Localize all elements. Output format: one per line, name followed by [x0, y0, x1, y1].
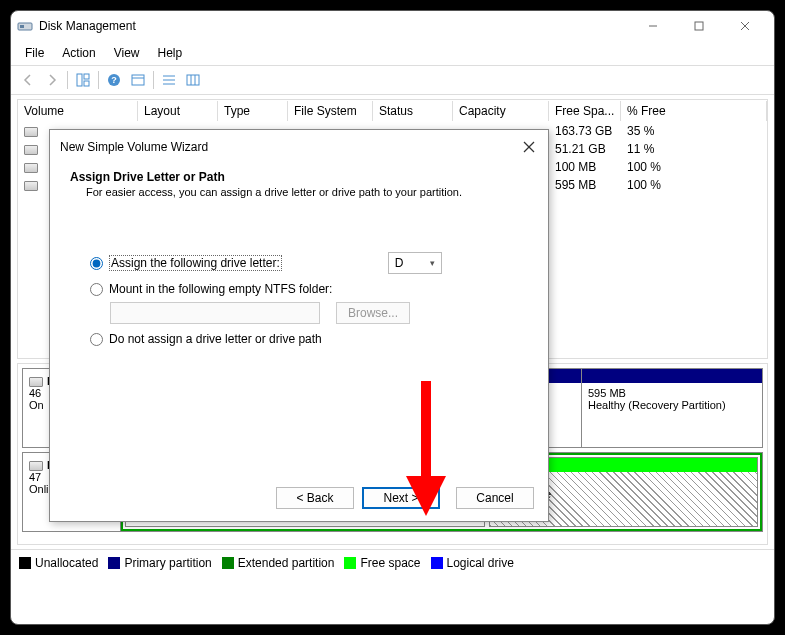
col-status[interactable]: Status	[373, 101, 453, 121]
col-fs[interactable]: File System	[288, 101, 373, 121]
list-icon[interactable]	[158, 69, 180, 91]
wizard-heading: Assign Drive Letter or Path	[70, 170, 528, 184]
svg-text:?: ?	[111, 75, 117, 85]
folder-path-input	[110, 302, 320, 324]
dialog-close-button[interactable]	[520, 138, 538, 156]
back-icon[interactable]	[17, 69, 39, 91]
forward-icon[interactable]	[41, 69, 63, 91]
menu-help[interactable]: Help	[150, 43, 191, 63]
drive-icon	[24, 181, 38, 191]
minimize-button[interactable]	[630, 11, 676, 41]
close-button[interactable]	[722, 11, 768, 41]
toolbar: ?	[11, 65, 774, 95]
back-button[interactable]: < Back	[276, 487, 354, 509]
svg-rect-8	[84, 81, 89, 86]
col-type[interactable]: Type	[218, 101, 288, 121]
svg-rect-16	[187, 75, 199, 85]
drive-letter-select[interactable]: D ▾	[388, 252, 442, 274]
col-free[interactable]: Free Spa...	[549, 101, 621, 121]
no-assign-label: Do not assign a drive letter or drive pa…	[109, 332, 322, 346]
drive-icon	[24, 127, 38, 137]
titlebar: Disk Management	[11, 11, 774, 41]
svg-rect-3	[695, 22, 703, 30]
layout-icon[interactable]	[72, 69, 94, 91]
window-title: Disk Management	[39, 19, 136, 33]
menu-file[interactable]: File	[17, 43, 52, 63]
legend: Unallocated Primary partition Extended p…	[11, 549, 774, 576]
maximize-button[interactable]	[676, 11, 722, 41]
mount-folder-radio[interactable]	[90, 283, 103, 296]
drive-icon	[24, 163, 38, 173]
menubar: File Action View Help	[11, 41, 774, 65]
svg-rect-11	[132, 75, 144, 85]
help-icon[interactable]: ?	[103, 69, 125, 91]
wizard-subtitle: For easier access, you can assign a driv…	[70, 186, 528, 198]
next-button[interactable]: Next >	[362, 487, 440, 509]
chevron-down-icon: ▾	[430, 258, 435, 268]
details-icon[interactable]	[182, 69, 204, 91]
refresh-icon[interactable]	[127, 69, 149, 91]
svg-rect-7	[84, 74, 89, 79]
menu-action[interactable]: Action	[54, 43, 103, 63]
partition-recovery[interactable]: 595 MB Healthy (Recovery Partition)	[581, 369, 762, 447]
wizard-dialog: New Simple Volume Wizard Assign Drive Le…	[49, 129, 549, 522]
mount-folder-label: Mount in the following empty NTFS folder…	[109, 282, 332, 296]
col-layout[interactable]: Layout	[138, 101, 218, 121]
dialog-title: New Simple Volume Wizard	[60, 140, 208, 154]
drive-icon	[24, 145, 38, 155]
col-volume[interactable]: Volume	[18, 101, 138, 121]
assign-letter-radio[interactable]	[90, 257, 103, 270]
svg-rect-6	[77, 74, 82, 86]
browse-button: Browse...	[336, 302, 410, 324]
no-assign-radio[interactable]	[90, 333, 103, 346]
menu-view[interactable]: View	[106, 43, 148, 63]
col-pct[interactable]: % Free	[621, 101, 767, 121]
col-capacity[interactable]: Capacity	[453, 101, 549, 121]
app-icon	[17, 18, 33, 34]
cancel-button[interactable]: Cancel	[456, 487, 534, 509]
svg-rect-1	[20, 25, 24, 28]
assign-letter-label: Assign the following drive letter:	[109, 255, 282, 271]
